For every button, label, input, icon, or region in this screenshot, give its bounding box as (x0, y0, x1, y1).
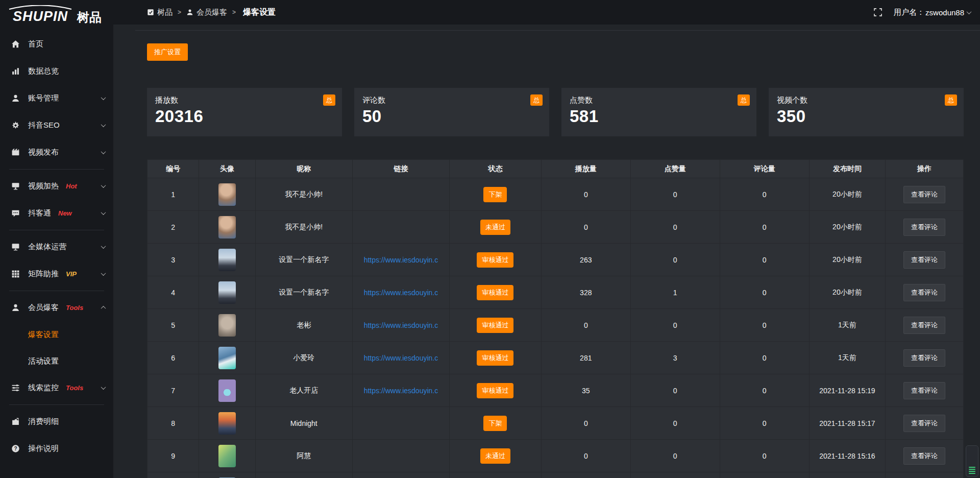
sidebar-item-douyin-seo[interactable]: 抖音SEO (0, 112, 113, 139)
cell-avatar (199, 211, 255, 244)
cell-link (353, 407, 450, 440)
column-header: 昵称 (256, 160, 353, 178)
stat-card: 视频个数350总 (769, 88, 964, 136)
table-row: 9阿慧未通过0002021-11-28 15:16查看评论 (148, 440, 963, 472)
user-menu[interactable]: 用户名：zswodun88 (894, 8, 971, 17)
cell-link: https://www.iesdouyin.c (353, 244, 450, 276)
sidebar-item-matrix-boost[interactable]: 矩阵助推VIP (0, 260, 113, 288)
person-icon (186, 9, 193, 16)
sidebar-subitem-baoke-settings[interactable]: 爆客设置 (0, 321, 113, 348)
floating-widget[interactable] (966, 445, 978, 477)
cell-likes: 0 (631, 440, 720, 472)
table-row-partial (148, 472, 963, 478)
video-link[interactable]: https://www.iesdouyin.c (364, 387, 438, 395)
cell-status: 下架 (450, 178, 542, 211)
cell-publish-time: 2021-11-28 15:17 (810, 407, 886, 440)
monitor-icon (11, 243, 20, 251)
column-header: 编号 (148, 160, 199, 178)
view-comments-button[interactable]: 查看评论 (903, 317, 945, 334)
sidebar-item-operation-guide[interactable]: ?操作说明 (0, 435, 113, 462)
cell-id: 2 (148, 211, 199, 244)
status-badge[interactable]: 下架 (483, 187, 507, 202)
cell-status: 下架 (450, 407, 542, 440)
sidebar-item-home[interactable]: 首页 (0, 31, 113, 58)
cell-id (148, 472, 199, 478)
view-comments-button[interactable]: 查看评论 (903, 415, 945, 432)
status-badge[interactable]: 审核通过 (477, 383, 513, 398)
cell-id: 9 (148, 440, 199, 472)
column-header: 链接 (353, 160, 450, 178)
breadcrumb-item[interactable]: 树品 (147, 8, 173, 17)
status-badge[interactable]: 审核通过 (477, 285, 513, 300)
status-badge[interactable]: 审核通过 (477, 252, 513, 268)
status-badge[interactable]: 审核通过 (477, 318, 513, 333)
stat-value: 350 (777, 107, 955, 126)
cell-plays: 328 (542, 276, 631, 309)
cell-publish-time: 1天前 (810, 342, 886, 374)
video-link[interactable]: https://www.iesdouyin.c (364, 256, 438, 264)
cell-nickname: 设置一个新名字 (256, 276, 353, 309)
cell-action: 查看评论 (886, 374, 963, 407)
fullscreen-icon[interactable] (873, 8, 883, 17)
screen-icon (11, 182, 20, 190)
promotion-settings-button[interactable]: 推广设置 (147, 43, 188, 61)
cell-id: 3 (148, 244, 199, 276)
cell-link (353, 211, 450, 244)
cell-avatar (199, 472, 255, 478)
sidebar-item-data-overview[interactable]: 数据总览 (0, 58, 113, 85)
logo[interactable]: SHUPIN 树品 (0, 0, 113, 29)
cell-likes: 0 (631, 309, 720, 342)
sidebar-subitem-activity-settings[interactable]: 活动设置 (0, 348, 113, 374)
user-icon (11, 94, 20, 103)
sliders-icon (11, 384, 20, 392)
status-badge[interactable]: 下架 (483, 416, 507, 431)
sidebar-item-label: 全媒体运营 (28, 242, 66, 252)
status-badge[interactable]: 未通过 (480, 220, 510, 235)
status-badge[interactable]: 未通过 (480, 448, 510, 464)
status-badge[interactable]: 审核通过 (477, 350, 513, 366)
video-link[interactable]: https://www.iesdouyin.c (364, 354, 438, 362)
sidebar-item-douketong[interactable]: 抖客通New (0, 200, 113, 227)
sidebar-item-tag: Hot (66, 182, 77, 190)
breadcrumb-item[interactable]: 会员爆客 (186, 8, 227, 17)
sidebar-item-expense-detail[interactable]: 消费明细 (0, 408, 113, 435)
cell-comments: 0 (720, 276, 810, 309)
home-icon (11, 40, 20, 49)
sidebar-item-video-heat[interactable]: 视频加热Hot (0, 173, 113, 200)
cell-avatar (199, 178, 255, 211)
view-comments-button[interactable]: 查看评论 (903, 251, 945, 269)
cell-comments: 0 (720, 342, 810, 374)
sidebar-item-label: 抖客通 (28, 208, 51, 218)
cell-status: 审核通过 (450, 342, 542, 374)
cell-action: 查看评论 (886, 178, 963, 211)
sidebar-item-media-operation[interactable]: 全媒体运营 (0, 233, 113, 260)
stat-card: 播放数20316总 (147, 88, 342, 136)
stat-value: 50 (362, 107, 541, 126)
video-link[interactable]: https://www.iesdouyin.c (364, 289, 438, 297)
cell-id: 7 (148, 374, 199, 407)
video-link[interactable]: https://www.iesdouyin.c (364, 321, 438, 329)
sidebar-item-member-baoke[interactable]: 会员爆客Tools (0, 294, 113, 321)
view-comments-button[interactable]: 查看评论 (903, 382, 945, 399)
view-comments-button[interactable]: 查看评论 (903, 284, 945, 301)
view-comments-button[interactable]: 查看评论 (903, 186, 945, 203)
stat-label: 点赞数 (570, 95, 748, 105)
username: zswodun88 (925, 8, 964, 17)
user-icon (11, 303, 20, 312)
column-header: 头像 (199, 160, 255, 178)
sidebar-item-tag: New (58, 209, 72, 217)
sidebar-item-label: 会员爆客 (28, 303, 59, 313)
cell-comments: 0 (720, 178, 810, 211)
sidebar-item-account-management[interactable]: 账号管理 (0, 85, 113, 112)
view-comments-button[interactable]: 查看评论 (903, 447, 945, 465)
topbar: 树品>会员爆客>爆客设置 用户名：zswodun88 (113, 0, 980, 25)
view-comments-button[interactable]: 查看评论 (903, 219, 945, 236)
sidebar-item-video-publish[interactable]: 视频发布 (0, 139, 113, 166)
stat-card: 点赞数581总 (561, 88, 756, 136)
cell-status (450, 472, 542, 478)
cell-action: 查看评论 (886, 440, 963, 472)
view-comments-button[interactable]: 查看评论 (903, 349, 945, 367)
sidebar-item-clue-monitor[interactable]: 线索监控Tools (0, 374, 113, 401)
logo-text-zh: 树品 (77, 11, 102, 23)
table-row: 3设置一个新名字https://www.iesdouyin.c审核通过26300… (148, 244, 963, 276)
